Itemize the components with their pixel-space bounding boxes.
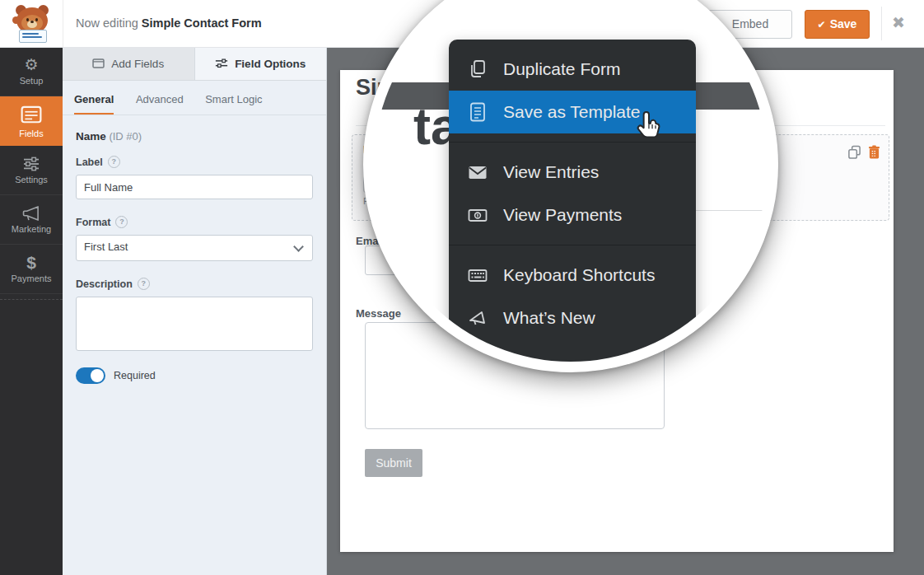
rail-divider xyxy=(0,299,63,300)
required-toggle-label: Required xyxy=(114,370,156,381)
submit-button-preview[interactable]: Submit xyxy=(365,449,422,477)
description-textarea[interactable] xyxy=(76,297,313,351)
menu-item-view-payments[interactable]: View Payments xyxy=(449,194,696,236)
delete-field-icon[interactable] xyxy=(868,145,880,159)
rail-item-payments[interactable]: $ Payments xyxy=(0,245,63,294)
megaphone-icon xyxy=(22,206,40,221)
rail-item-settings[interactable]: Settings xyxy=(0,146,63,195)
gear-icon: ⚙ xyxy=(24,57,38,72)
duplicate-icon xyxy=(467,58,488,80)
menu-item-whats-new[interactable]: What’s New xyxy=(449,297,696,339)
message-label: Message xyxy=(356,307,401,320)
now-editing-label: Now editing xyxy=(76,16,138,30)
bear-logo-icon xyxy=(13,5,51,43)
builder-dropdown-menu: Duplicate Form Save as Template View xyxy=(449,40,696,372)
now-editing-text: Now editing Simple Contact Form xyxy=(76,16,262,30)
duplicate-field-icon[interactable] xyxy=(847,145,861,159)
form-name: Simple Contact Form xyxy=(142,16,262,30)
subtab-smart-logic[interactable]: Smart Logic xyxy=(205,93,262,113)
tab-add-fields[interactable]: Add Fields xyxy=(63,47,195,80)
check-icon: ✔ xyxy=(818,19,826,30)
toolbar-divider xyxy=(881,7,882,40)
field-options-panel: Add Fields Field Options General Advance… xyxy=(63,47,327,575)
rail-item-fields[interactable]: Fields xyxy=(0,96,63,146)
field-heading: Name (ID #0) xyxy=(76,130,313,143)
format-help-icon[interactable]: ? xyxy=(115,216,128,228)
field-heading-id: (ID #0) xyxy=(109,130,142,143)
sliders-icon xyxy=(22,157,40,171)
close-icon[interactable]: ✖ xyxy=(892,13,905,32)
description-help-icon[interactable]: ? xyxy=(138,278,150,290)
subtab-advanced[interactable]: Advanced xyxy=(136,93,184,113)
label-input[interactable] xyxy=(76,175,313,199)
template-icon xyxy=(467,101,488,123)
wpforms-builder: Now editing Simple Contact Form ? Embed … xyxy=(0,0,924,575)
keyboard-icon xyxy=(467,264,488,286)
option-subtabs: General Advanced Smart Logic xyxy=(63,81,326,115)
label-field-label: Label ? xyxy=(76,156,313,168)
format-select[interactable]: First Last xyxy=(76,235,313,261)
chevron-down-icon xyxy=(293,241,304,252)
menu-separator xyxy=(449,245,696,245)
menu-item-keyboard-shortcuts[interactable]: Keyboard Shortcuts xyxy=(449,254,696,297)
cursor-pointer-icon xyxy=(634,110,665,144)
nav-rail: ⚙ Setup Fields Settings xyxy=(0,47,63,575)
field-options-icon xyxy=(215,58,228,68)
description-field-label: Description ? xyxy=(76,278,313,290)
panel-tabs: Add Fields Field Options xyxy=(63,47,326,81)
rail-item-setup[interactable]: ⚙ Setup xyxy=(0,47,63,96)
payments-banknote-icon xyxy=(467,204,488,226)
tab-field-options[interactable]: Field Options xyxy=(195,47,327,80)
wpforms-logo xyxy=(0,0,63,47)
field-heading-name: Name xyxy=(76,130,106,143)
entries-envelope-icon xyxy=(467,161,488,183)
whats-new-megaphone-icon xyxy=(467,307,488,329)
format-field-label: Format ? xyxy=(76,216,313,228)
fields-form-icon xyxy=(21,104,42,125)
save-button[interactable]: ✔Save xyxy=(805,10,870,39)
subtab-general[interactable]: General xyxy=(74,93,114,115)
dollar-icon: $ xyxy=(26,255,36,270)
required-toggle[interactable] xyxy=(76,367,105,384)
menu-item-view-entries[interactable]: View Entries xyxy=(449,151,696,194)
label-help-icon[interactable]: ? xyxy=(108,156,120,168)
add-fields-icon xyxy=(92,58,105,68)
menu-item-duplicate-form[interactable]: Duplicate Form xyxy=(449,48,696,91)
rail-item-marketing[interactable]: Marketing xyxy=(0,195,63,245)
